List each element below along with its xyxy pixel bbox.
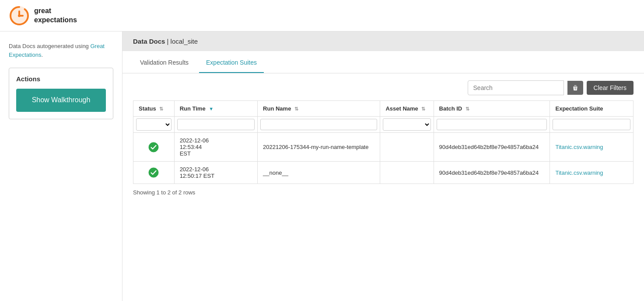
- app-name: great expectations: [34, 7, 77, 25]
- cell-run-name: 20221206-175344-my-run-name-template: [258, 133, 380, 162]
- docs-title: Data Docs: [133, 38, 165, 45]
- expectation-suite-filter-input[interactable]: [553, 119, 630, 130]
- cell-status: [133, 162, 175, 184]
- table-header-row: Status ⇅ Run Time ▼ Run Name ⇅: [133, 101, 634, 117]
- status-icon-0: [139, 142, 169, 152]
- col-header-expectation-suite: Expectation Suite: [550, 101, 634, 117]
- cell-run-name: __none__: [258, 162, 380, 184]
- tab-expectation-suites[interactable]: Expectation Suites: [199, 53, 264, 73]
- app-header: great expectations: [0, 0, 644, 31]
- status-icon-1: [139, 167, 169, 178]
- clear-filters-button[interactable]: Clear Filters: [587, 81, 634, 95]
- asset-name-filter-select[interactable]: [383, 118, 430, 131]
- cell-run-time: 2022-12-06 12:53:44 EST: [174, 133, 257, 162]
- sort-icon-status: ⇅: [159, 106, 163, 111]
- cell-batch-id: 90d4deb31ed64b2bf8e79e4857a6ba24: [434, 133, 550, 162]
- site-name: local_site: [171, 38, 198, 45]
- results-table: Status ⇅ Run Time ▼ Run Name ⇅: [133, 100, 634, 184]
- actions-title: Actions: [16, 75, 106, 83]
- table-row: 2022-12-06 12:50:17 EST__none__90d4deb31…: [133, 162, 634, 184]
- cell-run-time: 2022-12-06 12:50:17 EST: [174, 162, 257, 184]
- col-header-batch-id[interactable]: Batch ID ⇅: [434, 101, 550, 117]
- cell-expectation-suite: Titanic.csv.warning: [550, 133, 634, 162]
- run-name-filter-input[interactable]: [260, 119, 377, 130]
- filter-run-time[interactable]: [174, 117, 257, 133]
- sort-icon-batch-id: ⇅: [466, 106, 469, 111]
- svg-point-2: [149, 142, 158, 152]
- table-wrapper: Status ⇅ Run Time ▼ Run Name ⇅: [133, 100, 634, 184]
- sort-icon-asset-name: ⇅: [421, 106, 425, 111]
- cell-asset-name: [380, 133, 434, 162]
- table-body: 2022-12-06 12:53:44 EST20221206-175344-m…: [133, 133, 634, 184]
- ge-logo-icon: [9, 5, 30, 26]
- tabs-bar: Validation Results Expectation Suites: [122, 53, 644, 73]
- filter-status[interactable]: Success Failed: [133, 117, 175, 133]
- table-filter-row: Success Failed: [133, 117, 634, 133]
- sort-icon-run-time: ▼: [209, 106, 214, 111]
- svg-point-3: [149, 168, 158, 177]
- sidebar: Data Docs autogenerated using Great Expe…: [0, 31, 122, 301]
- check-circle-icon: [148, 142, 159, 152]
- showing-rows-label: Showing 1 to 2 of 2 rows: [133, 184, 634, 197]
- show-walkthrough-button[interactable]: Show Walkthrough: [16, 89, 106, 112]
- filter-run-name[interactable]: [258, 117, 380, 133]
- expectation-suite-link[interactable]: Titanic.csv.warning: [555, 144, 603, 150]
- col-header-run-time[interactable]: Run Time ▼: [174, 101, 257, 117]
- col-header-run-name[interactable]: Run Name ⇅: [258, 101, 380, 117]
- cell-batch-id: 90d4deb31ed64b2bf8e79e4857a6ba24: [434, 162, 550, 184]
- expectation-suite-link[interactable]: Titanic.csv.warning: [555, 170, 603, 176]
- sidebar-description: Data Docs autogenerated using Great Expe…: [9, 42, 113, 59]
- sort-icon-run-name: ⇅: [294, 106, 298, 111]
- actions-box: Actions Show Walkthrough: [9, 68, 113, 119]
- table-row: 2022-12-06 12:53:44 EST20221206-175344-m…: [133, 133, 634, 162]
- cell-asset-name: [380, 162, 434, 184]
- svg-point-1: [18, 14, 21, 17]
- run-time-filter-input[interactable]: [177, 119, 255, 130]
- cell-status: [133, 133, 175, 162]
- search-input[interactable]: [468, 80, 564, 95]
- table-section: Clear Filters Status ⇅ Run Time ▼: [122, 73, 644, 204]
- content-area: Data Docs | local_site Validation Result…: [122, 31, 644, 301]
- status-filter-select[interactable]: Success Failed: [136, 118, 172, 131]
- clear-search-button[interactable]: [567, 81, 583, 95]
- col-header-asset-name[interactable]: Asset Name ⇅: [380, 101, 434, 117]
- check-circle-icon: [148, 167, 159, 178]
- col-header-status[interactable]: Status ⇅: [133, 101, 175, 117]
- search-row: Clear Filters: [133, 80, 634, 95]
- main-layout: Data Docs autogenerated using Great Expe…: [0, 31, 644, 301]
- cell-expectation-suite: Titanic.csv.warning: [550, 162, 634, 184]
- trash-icon: [572, 84, 579, 91]
- tab-validation-results[interactable]: Validation Results: [133, 53, 196, 73]
- batch-id-filter-input[interactable]: [437, 119, 547, 130]
- logo-area: great expectations: [9, 5, 77, 26]
- filter-asset-name[interactable]: [380, 117, 434, 133]
- filter-expectation-suite[interactable]: [550, 117, 634, 133]
- filter-batch-id[interactable]: [434, 117, 550, 133]
- docs-header-bar: Data Docs | local_site: [122, 31, 644, 51]
